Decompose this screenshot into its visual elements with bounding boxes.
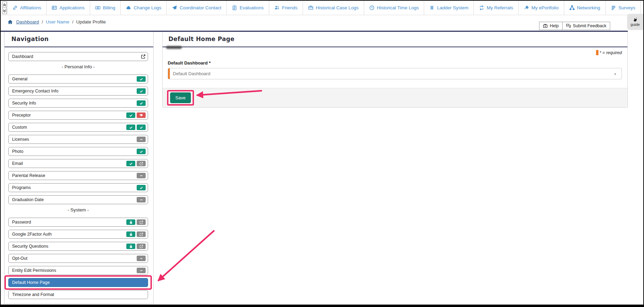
nav-item-my-eportfolio[interactable]: My ePortfolio (519, 1, 564, 15)
ladder-icon (429, 5, 435, 10)
check-badge (126, 161, 135, 166)
check-badge (137, 125, 146, 130)
status-badges (126, 112, 146, 118)
breadcrumb-dashboard[interactable]: Dashboard (16, 19, 39, 24)
sidebar-section-personal-info: - Personal Info - (8, 64, 148, 70)
guide-tab-label: guide (631, 22, 640, 27)
sidebar-item-graduation-date[interactable]: Graduation Date (8, 195, 148, 204)
nav-item-billing[interactable]: Billing (90, 1, 121, 15)
status-badges (137, 256, 146, 261)
nav-item-label: My ePortfolio (531, 5, 559, 10)
minus-badge (137, 256, 146, 261)
sidebar-item-licenses[interactable]: Licenses (8, 135, 148, 144)
status-badges (126, 231, 146, 237)
nav-item-historical-case-logs[interactable]: Historical Case Logs (303, 1, 364, 15)
sidebar-item-security-questions[interactable]: Security Questions (8, 242, 148, 251)
clipboard-icon (232, 5, 237, 10)
breadcrumb-separator: / (42, 19, 43, 24)
lock-badge (126, 231, 135, 237)
guide-hand-icon (633, 17, 638, 22)
sidebar-item-label: Timezone and Format (12, 292, 54, 297)
nav-item-friends[interactable]: Friends (269, 1, 303, 15)
sidebar-item-password[interactable]: Password (8, 218, 148, 227)
collapse-up-button[interactable] (2, 1, 7, 8)
sidebar-item-dashboard[interactable]: Dashboard (8, 52, 148, 61)
default-dashboard-label: Default Dashboard * (168, 60, 622, 66)
sidebar-item-security-info[interactable]: Security Info (8, 99, 148, 108)
navigation-panel-header: Navigation (4, 32, 153, 47)
sidebar-item-timezone-and-format[interactable]: Timezone and Format (8, 290, 148, 299)
briefcase-icon (308, 5, 313, 10)
nav-item-coordinator-contact[interactable]: Coordinator Contact (167, 1, 227, 15)
sidebar-item-entity-edit-permissions[interactable]: Entity Edit Permissions (8, 266, 148, 275)
sidebar-item-label: Entity Edit Permissions (12, 268, 56, 273)
nav-item-affiliations[interactable]: Affiliations (7, 1, 47, 15)
breadcrumb-user-name[interactable]: User Name (46, 19, 69, 24)
nav-item-evaluations[interactable]: Evaluations (227, 1, 269, 15)
required-marker: * (209, 60, 211, 66)
external-link-badge (137, 161, 146, 166)
rocket-icon (524, 5, 529, 10)
sidebar-item-email[interactable]: Email (8, 159, 148, 168)
nav-item-label: Historical Time Logs (377, 5, 419, 10)
top-navigation-bar: AffiliationsApplicationsBillingChange Lo… (1, 1, 643, 15)
sidebar-item-photo[interactable]: Photo (8, 147, 148, 156)
nav-item-my-referrals[interactable]: My Referrals (474, 1, 519, 15)
status-badges (137, 197, 146, 202)
breadcrumb-separator: / (72, 19, 74, 24)
nav-item-change-logs[interactable]: Change Logs (121, 1, 167, 15)
collapse-down-button[interactable] (2, 8, 7, 14)
nav-collapse-controls (2, 1, 7, 14)
nav-item-surveys[interactable]: Surveys (606, 1, 641, 15)
breadcrumb-row: Dashboard/User Name/Update Profile Help … (1, 15, 628, 31)
money-icon (95, 5, 100, 10)
chevrons-down-icon (2, 9, 7, 13)
status-badges (126, 244, 146, 249)
sidebar-item-parental-release[interactable]: Parental Release (8, 171, 148, 180)
sidebar-item-label: Preceptor (12, 113, 31, 118)
submit-feedback-button[interactable]: Submit Feedback (562, 22, 610, 30)
sidebar-item-label: Dashboard (12, 54, 33, 59)
nav-spacer-cell (641, 1, 644, 15)
nav-item-label: Historical Case Logs (316, 5, 359, 10)
sidebar-item-label: Parental Release (12, 173, 45, 178)
nav-item-label: Surveys (618, 5, 635, 10)
sidebar-item-label: Licenses (12, 137, 29, 142)
nav-item-label: Applications (59, 5, 85, 10)
navigation-list: Dashboard- Personal Info -GeneralEmergen… (4, 47, 153, 306)
sidebar-item-label: Password (12, 220, 31, 225)
nav-item-networking[interactable]: Networking (564, 1, 606, 15)
sidebar-item-emergency-contact-info[interactable]: Emergency Contact Info (8, 87, 148, 96)
help-button[interactable]: Help (539, 22, 563, 30)
chevron-down-icon: ▼ (614, 72, 617, 76)
nav-item-historical-time-logs[interactable]: Historical Time Logs (364, 1, 425, 15)
nav-item-ladder-system[interactable]: Ladder System (424, 1, 474, 15)
ink-smudge (166, 46, 182, 49)
sidebar-item-label: Default Home Page (12, 280, 50, 285)
lock-badge (126, 219, 135, 225)
sidebar-item-google-2factor-auth[interactable]: Google 2Factor Auth (8, 230, 148, 239)
guide-tab[interactable]: guide (627, 14, 643, 30)
nav-item-applications[interactable]: Applications (47, 1, 90, 15)
nav-item-label: Coordinator Contact (179, 5, 221, 10)
app-window: AffiliationsApplicationsBillingChange Lo… (0, 0, 644, 307)
minus-badge (137, 173, 146, 178)
sidebar-item-opt-out[interactable]: Opt-Out (8, 254, 148, 263)
sidebar-item-programs[interactable]: Programs (8, 183, 148, 192)
sidebar-item-custom[interactable]: Custom (8, 123, 148, 132)
external-link-badge (137, 219, 146, 225)
repeat-icon (479, 5, 484, 10)
link-icon (12, 5, 18, 10)
nav-item-label: Affiliations (20, 5, 41, 10)
external-link-badge (137, 244, 146, 249)
header-buttons: Help Submit Feedback (539, 22, 610, 30)
sidebar-item-default-home-page[interactable]: Default Home Page (8, 278, 148, 287)
default-dashboard-select[interactable]: Default Dashboard ▼ (168, 68, 622, 79)
sidebar-item-preceptor[interactable]: Preceptor (8, 111, 148, 120)
lock-badge (126, 244, 135, 249)
save-button[interactable]: Save (170, 92, 191, 103)
check-badge (137, 88, 146, 94)
check-badge (137, 185, 146, 190)
breadcrumb-update-profile: Update Profile (76, 19, 106, 24)
sidebar-item-general[interactable]: General (8, 75, 148, 83)
